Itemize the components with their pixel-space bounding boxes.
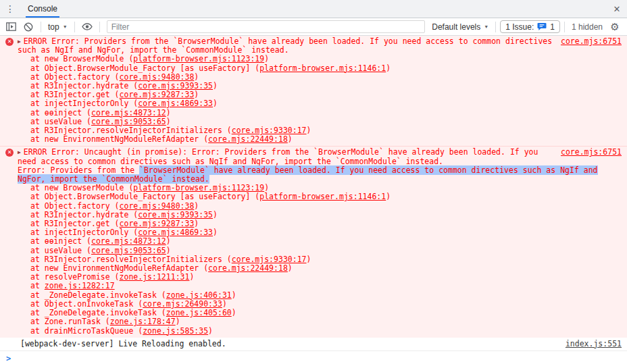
stack-frame-link[interactable]: zone.js:585:35 bbox=[143, 326, 208, 336]
stack-frame-link[interactable]: core.mjs:9287:33 bbox=[120, 219, 195, 228]
stack-frame-pre: at Object.BrowserModule_Factory [as useF… bbox=[30, 192, 259, 201]
source-location-link[interactable]: index.js:551 bbox=[566, 340, 622, 348]
stack-frame-link[interactable]: core.mjs:9330:17 bbox=[232, 126, 307, 135]
stack-frame-link[interactable]: zone.js:405:60 bbox=[166, 308, 232, 317]
stack-frame-link[interactable]: core.mjs:9330:17 bbox=[232, 255, 307, 264]
error-message-body: core.mjs:6751 ▶ERROR Error: Providers fr… bbox=[18, 37, 622, 144]
stack-frame-post: ) bbox=[222, 299, 227, 309]
stack-frame-link[interactable]: core.mjs:22449:18 bbox=[208, 134, 288, 144]
stack-frame-link[interactable]: core.mjs:4869:33 bbox=[138, 228, 213, 237]
stack-trace: at new BrowserModule (platform-browser.m… bbox=[18, 184, 622, 335]
stack-frame-post: ) bbox=[194, 201, 199, 211]
error-message-text: ERROR Error: Uncaught (in promise): Erro… bbox=[18, 147, 538, 165]
stack-trace: at new BrowserModule (platform-browser.m… bbox=[18, 55, 622, 144]
stack-frame-pre: at _ZoneDelegate.invokeTask ( bbox=[30, 308, 166, 317]
stack-frame-link[interactable]: platform-browser.mjs:1123:19 bbox=[133, 54, 264, 63]
stack-frame-post: ) bbox=[189, 272, 194, 282]
console-messages: ✕ core.mjs:6751 ▶ERROR Error: Providers … bbox=[0, 36, 627, 364]
error-detail-line: Error: Providers from the `BrowserModule… bbox=[18, 166, 622, 184]
devtools-window: ⋮ Console ✕ top ▼ bbox=[0, 0, 627, 364]
stack-frame-pre: at resolvePromise ( bbox=[30, 272, 120, 282]
stack-frame-link[interactable]: platform-browser.mjs:1123:19 bbox=[133, 183, 264, 192]
stack-frame-post: ) bbox=[213, 228, 218, 237]
stack-frame-post: ) bbox=[386, 63, 391, 73]
console-sidebar-toggle-button[interactable] bbox=[3, 20, 19, 34]
stack-frame-post: ) bbox=[176, 317, 180, 326]
stack-frame-link[interactable]: core.mjs:26490:33 bbox=[143, 299, 222, 309]
filter-input[interactable] bbox=[107, 20, 426, 33]
stack-frame-pre: at useValue ( bbox=[30, 246, 91, 255]
kebab-menu-icon[interactable]: ⋮ bbox=[0, 0, 20, 18]
error-detail-plain: Error: Providers from the bbox=[18, 165, 139, 175]
stack-frame-post: ) bbox=[288, 134, 293, 144]
live-expression-button[interactable] bbox=[79, 20, 95, 34]
stack-frame-link[interactable]: core.mjs:9053:65 bbox=[91, 246, 166, 255]
expand-triangle-icon[interactable]: ▶ bbox=[18, 38, 21, 45]
toolbar-divider bbox=[74, 22, 75, 32]
stack-frame-pre: at Object.factory ( bbox=[30, 201, 120, 211]
stack-frame-link[interactable]: platform-browser.mjs:1146:1 bbox=[259, 192, 386, 201]
expand-triangle-icon[interactable]: ▶ bbox=[18, 149, 21, 155]
stack-frame-post: ) bbox=[307, 126, 311, 135]
stack-frame-pre: at Zone.runTask ( bbox=[30, 317, 110, 326]
stack-frame-link[interactable]: core.mjs:9393:35 bbox=[138, 210, 213, 219]
clear-console-button[interactable] bbox=[20, 20, 36, 34]
stack-frame-post: ) bbox=[166, 108, 171, 118]
stack-frame-link[interactable]: core.mjs:9393:35 bbox=[138, 81, 213, 90]
stack-frame-pre: at injectInjectorOnly ( bbox=[30, 228, 138, 237]
error-icon: ✕ bbox=[5, 38, 14, 46]
devtools-tabbar: ⋮ Console ✕ bbox=[0, 0, 627, 18]
source-location-link[interactable]: core.mjs:6751 bbox=[561, 37, 622, 46]
stack-frame-link[interactable]: zone.js:1211:31 bbox=[120, 272, 190, 282]
stack-frame-link[interactable]: core.mjs:9480:38 bbox=[120, 72, 195, 82]
issues-count: 1 bbox=[550, 22, 555, 32]
context-selector-dropdown[interactable]: top ▼ bbox=[45, 20, 70, 34]
toolbar-divider bbox=[495, 22, 496, 32]
log-levels-dropdown[interactable]: Default levels ▼ bbox=[429, 20, 491, 34]
stack-frame-pre: at _ZoneDelegate.invokeTask ( bbox=[30, 290, 166, 300]
stack-frame-link[interactable]: core.mjs:9287:33 bbox=[120, 90, 195, 99]
stack-frame-post: ) bbox=[264, 183, 269, 192]
stack-frame-pre: at R3Injector.resolveInjectorInitializer… bbox=[30, 126, 232, 135]
stack-frame-link[interactable]: core.mjs:4869:33 bbox=[138, 99, 213, 108]
stack-frame-post: ) bbox=[213, 210, 218, 219]
stack-frame-link[interactable]: core.mjs:9480:38 bbox=[120, 201, 195, 211]
sidebar-toggle-icon bbox=[6, 22, 16, 31]
stack-frame-link[interactable]: core.mjs:4873:12 bbox=[91, 236, 166, 246]
stack-frame-post: ) bbox=[166, 117, 171, 126]
stack-frame-post: ) bbox=[232, 308, 236, 317]
toolbar-divider bbox=[99, 22, 100, 32]
stack-frame-link[interactable]: zone.js:1282:17 bbox=[45, 281, 115, 290]
close-icon[interactable]: ✕ bbox=[607, 0, 627, 18]
console-prompt[interactable]: > bbox=[0, 351, 627, 363]
stack-frame-link[interactable]: core.mjs:4873:12 bbox=[91, 108, 166, 118]
stack-frame-link[interactable]: platform-browser.mjs:1146:1 bbox=[259, 63, 386, 73]
issues-button[interactable]: 1 Issue: 1 bbox=[500, 20, 560, 33]
console-info-message: index.js:551 [webpack-dev-server] Live R… bbox=[0, 338, 627, 351]
stack-frame-post: ) bbox=[194, 90, 199, 99]
clear-console-icon bbox=[24, 22, 33, 32]
gear-icon[interactable]: ⚙ bbox=[607, 20, 623, 34]
stack-frame-pre: at injectInjectorOnly ( bbox=[30, 99, 138, 108]
source-location-link[interactable]: core.mjs:6751 bbox=[561, 148, 622, 157]
stack-frame-pre: at R3Injector.hydrate ( bbox=[30, 81, 138, 90]
prompt-chevron-icon: > bbox=[6, 354, 11, 363]
stack-frame-pre: at ɵɵinject ( bbox=[30, 236, 91, 246]
error-icon: ✕ bbox=[5, 149, 14, 157]
stack-frame-pre: at Object.BrowserModule_Factory [as useF… bbox=[30, 63, 259, 73]
stack-frame-post: ) bbox=[232, 290, 236, 300]
chevron-down-icon: ▼ bbox=[484, 24, 488, 29]
stack-frame-pre: at R3Injector.get ( bbox=[30, 219, 120, 228]
stack-frame-link[interactable]: core.mjs:9053:65 bbox=[91, 117, 166, 126]
stack-frame-pre: at new EnvironmentNgModuleRefAdapter ( bbox=[30, 134, 208, 144]
stack-frame-link[interactable]: zone.js:178:47 bbox=[110, 317, 176, 326]
info-message-text: [webpack-dev-server] Live Reloading enab… bbox=[20, 339, 226, 348]
stack-frame-link[interactable]: zone.js:406:31 bbox=[166, 290, 232, 300]
stack-frame-pre: at Object.onInvokeTask ( bbox=[30, 299, 143, 309]
log-levels-value: Default levels bbox=[432, 22, 480, 32]
stack-frame-link[interactable]: core.mjs:22449:18 bbox=[208, 263, 288, 273]
stack-frame-post: ) bbox=[166, 236, 171, 246]
stack-frame-pre: at R3Injector.hydrate ( bbox=[30, 210, 138, 219]
console-error-message: ✕ core.mjs:6751 ▶ERROR Error: Uncaught (… bbox=[0, 146, 627, 337]
tab-console[interactable]: Console bbox=[23, 0, 62, 18]
